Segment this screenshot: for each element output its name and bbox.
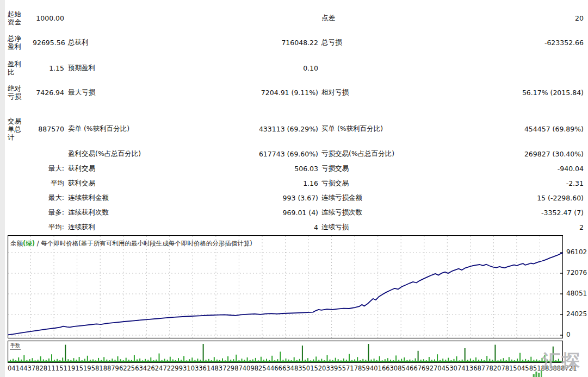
mid-value-cell: 0.10: [227, 64, 318, 72]
table-row-total-trades: 交易 单总 计 887570 卖单 (%获利百分比) 433113 (69.29…: [8, 113, 584, 144]
y-axis-tick-label: 72076: [566, 269, 588, 277]
mid-label-cell: 总亏损: [318, 38, 509, 47]
table-row-net-profit: 总净 盈利 92695.56 总获利 716048.22 总亏损 -623352…: [8, 30, 584, 55]
page-left-margin: [0, 0, 5, 377]
x-axis-tick-label: 520339: [314, 365, 338, 372]
right-value-cell: -3352.47 (7): [509, 209, 584, 217]
mid-value-cell: 433113 (69.29%): [227, 125, 318, 133]
table-row-largest-trade: 最大: 获利交易 506.03 亏损交易 -940.04: [8, 161, 584, 176]
mid-value-cell: 993 (3.67): [227, 194, 318, 202]
right-value-cell: 454457 (69.89%): [509, 125, 584, 133]
label-cell: 连续获利次数: [64, 208, 227, 217]
row-header: 盈利 比: [8, 60, 33, 76]
x-axis-tick-label: 557178: [338, 365, 362, 372]
x-axis-tick-label: 188796: [99, 365, 123, 372]
x-axis-tick-label: 372987: [219, 365, 243, 372]
table-row-initial-deposit: 起始 资金 1000.00 点差 20: [8, 5, 584, 30]
value-cell: 最大:: [33, 193, 64, 203]
x-axis-tick-label: 667692: [410, 365, 434, 372]
x-axis-tick-label: 483501: [290, 365, 314, 372]
label-cell: 预期盈利: [64, 64, 227, 73]
value-cell: 1.15: [33, 64, 64, 72]
volume-label: 手数: [10, 342, 21, 350]
table-row-max-consecutive: 最大: 连续获利金额 993 (3.67) 连续亏损金额 15 (-2298.6…: [8, 191, 584, 205]
right-value-cell: 269827 (30.40%): [509, 150, 584, 158]
table-row-average-trade: 平均 获利交易 1.16 亏损交易 -2.31: [8, 176, 584, 191]
mid-value-cell: 7204.91 (9.11%): [227, 89, 318, 97]
x-axis-tick-label: 815045: [505, 365, 529, 372]
x-axis-tick-label: 0: [8, 365, 11, 372]
x-axis-tick-label: 888721: [553, 365, 577, 372]
label-cell: 卖单 (%获利百分比): [64, 124, 227, 134]
table-row-profit-factor: 盈利 比 1.15 预期盈利 0.10: [8, 55, 584, 80]
label-cell: 盈利交易(%占总百分比): [64, 149, 227, 159]
y-axis-tick-label: 96102: [566, 248, 588, 256]
x-axis-tick-label: 299310: [171, 365, 195, 372]
value-cell: 1000.00: [33, 14, 64, 22]
right-value-cell: 15 (-2298.60): [509, 194, 584, 202]
label-cell: 连续获利金额: [64, 193, 227, 203]
mid-label-cell: 连续亏损次数: [318, 208, 509, 217]
mid-label-cell: 亏损交易: [318, 179, 509, 188]
mid-label-cell: 买单 (%获利百分比): [318, 124, 509, 134]
label-cell: 获利交易: [64, 164, 227, 173]
y-axis-tick-label: 24025: [566, 310, 588, 318]
value-cell: 最多:: [33, 208, 64, 217]
value-cell: 平均: [33, 179, 64, 188]
value-cell: 92695.56: [33, 39, 64, 47]
x-axis-tick-label: 262472: [147, 365, 171, 372]
row-header: 交易 单总 计: [8, 117, 33, 141]
row-header: 总净 盈利: [8, 34, 33, 51]
x-axis-tick-label: 630854: [386, 365, 410, 372]
value-cell: 平均:: [33, 223, 64, 232]
right-value-cell: -623352.66: [509, 39, 584, 47]
label-cell: 总获利: [64, 38, 227, 47]
x-axis-tick-label: 336148: [195, 365, 219, 372]
x-axis-tick-label: 446663: [267, 365, 290, 372]
value-cell: 7426.94: [33, 89, 64, 97]
x-axis-tick-label: 151958: [75, 365, 99, 372]
table-row-maximal-consecutive: 最多: 连续获利次数 969.01 (4) 连续亏损次数 -3352.47 (7…: [8, 205, 584, 220]
x-axis-tick-label: 409825: [243, 365, 267, 372]
right-value-cell: 20: [509, 14, 584, 22]
x-axis-tick-label: 741368: [457, 365, 481, 372]
x-axis-tick-label: 225634: [123, 365, 147, 372]
volume-histogram: [8, 341, 563, 363]
table-row-drawdown: 绝对 亏损 7426.94 最大亏损 7204.91 (9.11%) 相对亏损 …: [8, 79, 584, 105]
table-row-average-consecutive: 平均: 连续获利 4 连续亏损 2: [8, 220, 584, 235]
label-cell: 获利交易: [64, 179, 227, 188]
x-axis-tick-label: 115119: [52, 365, 76, 372]
value-cell: 最大:: [33, 164, 64, 173]
table-row-profit-trades: 盈利交易(%占总百分比) 617743 (69.60%) 亏损交易(%占总百分比…: [8, 147, 584, 161]
mid-value-cell: 716048.22: [227, 39, 318, 47]
right-value-cell: -940.04: [509, 165, 584, 173]
value-cell: 887570: [33, 125, 64, 133]
mid-label-cell: 连续亏损金额: [318, 193, 509, 203]
y-axis-tick-label: 0: [566, 331, 588, 338]
mid-label-cell: 亏损交易(%占总百分比): [318, 149, 509, 159]
balance-curve-plot: [8, 235, 563, 338]
right-value-cell: -2.31: [509, 179, 584, 187]
right-value-cell: 2: [509, 223, 584, 231]
x-axis-tick-label: 41443: [11, 365, 32, 372]
right-value-cell: 56.17% (2015.84): [509, 89, 584, 97]
x-axis-tick-label: 594016: [362, 365, 386, 372]
mid-label-cell: 点差: [318, 14, 509, 23]
y-axis-tick-label: 48051: [566, 290, 588, 297]
balance-chart: 余额(绿) / 每个即时价格(基于所有可利用的最小时段生成每个即时价格的分形插值…: [8, 235, 588, 375]
x-axis-tick-label: 704530: [434, 365, 457, 372]
mid-label-cell: 亏损交易: [318, 164, 509, 173]
mid-label-cell: 连续亏损: [318, 223, 509, 232]
x-axis-tick-label: 851883: [529, 365, 553, 372]
x-axis-labels: 0414437828111511915195818879622563426247…: [8, 365, 563, 372]
label-cell: 最大亏损: [64, 88, 227, 97]
mid-value-cell: 969.01 (4): [227, 209, 318, 217]
x-axis-tick-label: 778207: [481, 365, 505, 372]
label-cell: 连续获利: [64, 223, 227, 232]
row-header: 起始 资金: [8, 10, 33, 26]
x-axis-tick-label: 78281: [32, 365, 52, 372]
mid-value-cell: 4: [227, 223, 318, 231]
row-header: 绝对 亏损: [8, 84, 33, 100]
mid-value-cell: 1.16: [227, 179, 318, 187]
mid-label-cell: 相对亏损: [318, 88, 509, 97]
